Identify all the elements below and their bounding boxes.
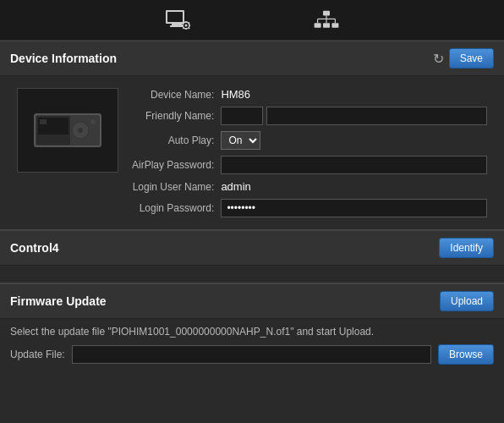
device-thumbnail xyxy=(30,101,106,160)
device-form: Device Name: HM86 Friendly Name: Auto Pl… xyxy=(132,88,487,217)
firmware-file-row: Update File: Browse xyxy=(10,344,494,365)
firmware-actions: Upload xyxy=(440,291,494,311)
svg-point-5 xyxy=(185,24,188,26)
svg-point-27 xyxy=(90,119,96,124)
svg-rect-17 xyxy=(331,23,338,28)
airplay-password-label: AirPlay Password: xyxy=(132,159,214,171)
browse-button[interactable]: Browse xyxy=(438,344,494,365)
firmware-title: Firmware Update xyxy=(10,294,107,308)
svg-rect-9 xyxy=(189,25,190,25)
save-button[interactable]: Save xyxy=(449,48,494,69)
device-info-header: Device Information ↻ Save xyxy=(0,41,504,76)
svg-rect-2 xyxy=(172,24,182,25)
svg-rect-14 xyxy=(323,10,330,15)
top-nav xyxy=(0,0,504,41)
device-info-title: Device Information xyxy=(10,52,117,65)
network-icon xyxy=(313,7,340,34)
firmware-header: Firmware Update Upload xyxy=(0,283,504,319)
login-user-label: Login User Name: xyxy=(132,181,214,193)
svg-rect-7 xyxy=(185,28,186,30)
settings-icon xyxy=(164,7,191,34)
device-image xyxy=(17,88,118,173)
control4-body xyxy=(0,266,504,283)
identify-button[interactable]: Identify xyxy=(439,238,494,258)
svg-rect-29 xyxy=(40,119,47,124)
friendly-name-row xyxy=(221,107,487,125)
login-password-label: Login Password: xyxy=(132,202,214,214)
auto-play-select[interactable]: On Off xyxy=(221,131,260,150)
login-password-input[interactable] xyxy=(221,199,487,217)
network-nav-item[interactable] xyxy=(303,3,350,37)
svg-rect-6 xyxy=(185,21,186,23)
control4-actions: Identify xyxy=(439,238,494,258)
svg-rect-1 xyxy=(167,12,183,22)
settings-nav-item[interactable] xyxy=(154,3,201,37)
auto-play-label: Auto Play: xyxy=(132,135,214,146)
device-info-body: Device Name: HM86 Friendly Name: Auto Pl… xyxy=(0,76,504,229)
firmware-description: Select the update file "PIOHIM1001_00000… xyxy=(10,326,494,338)
login-user-value: admin xyxy=(221,180,487,193)
control4-header: Control4 Identify xyxy=(0,230,504,266)
refresh-button[interactable]: ↻ xyxy=(433,51,444,67)
svg-point-26 xyxy=(78,128,83,133)
device-info-actions: ↻ Save xyxy=(433,48,494,69)
firmware-body: Select the update file "PIOHIM1001_00000… xyxy=(0,319,504,371)
device-name-label: Device Name: xyxy=(132,89,214,101)
auto-play-row: On Off xyxy=(221,131,487,150)
svg-rect-16 xyxy=(323,23,330,28)
device-name-value: HM86 xyxy=(221,88,487,101)
update-file-input[interactable] xyxy=(72,345,431,364)
control4-title: Control4 xyxy=(10,241,59,255)
svg-rect-15 xyxy=(315,23,321,28)
svg-rect-3 xyxy=(170,25,184,27)
friendly-name-short-input[interactable] xyxy=(221,107,263,125)
update-file-label: Update File: xyxy=(10,349,65,360)
svg-rect-8 xyxy=(182,25,184,25)
friendly-name-input[interactable] xyxy=(266,107,487,125)
airplay-password-input[interactable] xyxy=(221,156,487,174)
friendly-name-label: Friendly Name: xyxy=(132,110,214,122)
upload-button[interactable]: Upload xyxy=(440,291,494,311)
